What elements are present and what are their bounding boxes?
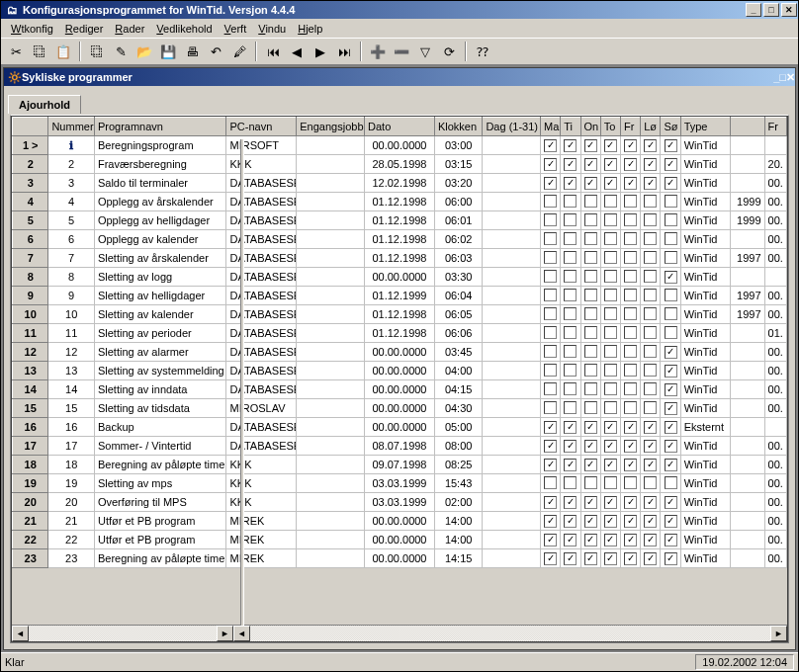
day-checkbox[interactable]: ✓ (604, 440, 617, 453)
col-header[interactable]: Dag (1-31) (483, 118, 541, 136)
table-row[interactable]: 1919Sletting av mpsKKK03.03.199915:43Win… (13, 474, 787, 493)
day-checkbox[interactable] (624, 232, 637, 245)
day-checkbox[interactable]: ✓ (665, 515, 677, 528)
child-maximize-button[interactable]: □ (779, 71, 786, 83)
col-header[interactable] (731, 118, 764, 136)
day-checkbox[interactable]: ✓ (644, 139, 657, 152)
day-checkbox[interactable] (644, 401, 657, 414)
day-checkbox[interactable] (624, 364, 637, 377)
day-checkbox[interactable] (584, 251, 597, 264)
row-header[interactable]: 16 (13, 418, 48, 437)
menu-verft[interactable]: Verft (219, 21, 253, 37)
day-checkbox[interactable] (544, 382, 557, 395)
day-checkbox[interactable] (624, 401, 637, 414)
day-checkbox[interactable]: ✓ (665, 496, 677, 509)
day-checkbox[interactable] (604, 213, 617, 226)
col-header[interactable]: Engangsjobb (297, 118, 365, 136)
redo-icon[interactable]: 🖉 (228, 41, 250, 62)
day-checkbox[interactable]: ✓ (544, 177, 557, 190)
day-checkbox[interactable]: ✓ (665, 158, 677, 171)
row-header[interactable]: 2 (13, 155, 48, 174)
day-checkbox[interactable] (644, 364, 657, 377)
row-header[interactable]: 19 (13, 474, 48, 493)
row-header[interactable]: 5 (13, 211, 48, 230)
table-row[interactable]: 44Opplegg av årskalenderDATABASESE01.12.… (13, 193, 787, 211)
day-checkbox[interactable]: ✓ (584, 139, 597, 152)
day-checkbox[interactable] (665, 476, 677, 489)
maximize-button[interactable]: □ (763, 3, 779, 17)
copyrow-icon[interactable]: ⿻ (86, 41, 108, 62)
menu-wtkonfig[interactable]: Wtkonfig (5, 21, 59, 37)
first-icon[interactable]: ⏮ (262, 41, 284, 62)
day-checkbox[interactable]: ✓ (564, 552, 577, 565)
day-checkbox[interactable] (564, 270, 577, 283)
day-checkbox[interactable] (584, 364, 597, 377)
day-checkbox[interactable] (624, 251, 637, 264)
day-checkbox[interactable]: ✓ (544, 515, 557, 528)
col-header[interactable]: On (580, 118, 600, 136)
day-checkbox[interactable] (604, 251, 617, 264)
last-icon[interactable]: ⏭ (333, 41, 355, 62)
day-checkbox[interactable]: ✓ (644, 158, 657, 171)
day-checkbox[interactable]: ✓ (665, 421, 677, 434)
day-checkbox[interactable] (564, 195, 577, 208)
day-checkbox[interactable] (624, 326, 637, 339)
table-row[interactable]: 99Sletting av helligdagerDATABASESE01.12… (13, 287, 787, 305)
day-checkbox[interactable]: ✓ (604, 534, 617, 546)
day-checkbox[interactable]: ✓ (665, 271, 677, 284)
open-icon[interactable]: 📂 (133, 41, 155, 62)
col-header[interactable] (13, 118, 48, 136)
day-checkbox[interactable]: ✓ (644, 421, 657, 434)
day-checkbox[interactable]: ✓ (665, 346, 677, 359)
day-checkbox[interactable]: ✓ (624, 552, 637, 565)
day-checkbox[interactable] (644, 345, 657, 358)
day-checkbox[interactable]: ✓ (644, 552, 657, 565)
day-checkbox[interactable]: ✓ (624, 515, 637, 528)
table-row[interactable]: 22FraværsberegningKKK28.05.199803:15✓✓✓✓… (13, 155, 787, 174)
menu-vedlikehold[interactable]: Vedlikehold (150, 21, 218, 37)
day-checkbox[interactable]: ✓ (544, 440, 557, 453)
row-header[interactable]: 13 (13, 362, 48, 380)
table-row[interactable]: 77Sletting av årskalenderDATABASESE01.12… (13, 249, 787, 268)
day-checkbox[interactable] (644, 476, 657, 489)
day-checkbox[interactable]: ✓ (665, 534, 677, 546)
day-checkbox[interactable] (544, 251, 557, 264)
row-header[interactable]: 20 (13, 493, 48, 512)
menu-hjelp[interactable]: Hjelp (292, 21, 328, 37)
day-checkbox[interactable] (644, 232, 657, 245)
day-checkbox[interactable]: ✓ (604, 177, 617, 190)
table-row[interactable]: 2323Beregning av påløpte timerMIREK00.00… (13, 549, 787, 568)
day-checkbox[interactable]: ✓ (604, 496, 617, 509)
row-header[interactable]: 10 (13, 305, 48, 324)
day-checkbox[interactable]: ✓ (644, 459, 657, 471)
day-checkbox[interactable]: ✓ (564, 440, 577, 453)
scroll-right-button[interactable]: ► (217, 626, 233, 641)
cut-icon[interactable]: ✂ (5, 41, 27, 62)
close-button[interactable]: ✕ (781, 3, 797, 17)
refresh-icon[interactable]: ⟳ (438, 41, 460, 62)
col-header[interactable]: To (600, 118, 620, 136)
day-checkbox[interactable] (644, 382, 657, 395)
table-row[interactable]: 1414Sletting av inndataDATABASESE00.00.0… (13, 380, 787, 399)
day-checkbox[interactable] (544, 401, 557, 414)
day-checkbox[interactable] (644, 251, 657, 264)
day-checkbox[interactable] (544, 326, 557, 339)
day-checkbox[interactable] (604, 232, 617, 245)
table-row[interactable]: 1515Sletting av tidsdataMIROSLAV00.00.00… (13, 399, 787, 418)
day-checkbox[interactable]: ✓ (665, 383, 677, 396)
table-row[interactable]: 33Saldo til terminalerDATABASESE12.02.19… (13, 174, 787, 193)
day-checkbox[interactable] (665, 232, 677, 245)
day-checkbox[interactable]: ✓ (624, 421, 637, 434)
day-checkbox[interactable]: ✓ (564, 177, 577, 190)
day-checkbox[interactable] (564, 307, 577, 320)
day-checkbox[interactable]: ✓ (544, 534, 557, 546)
row-header[interactable]: 11 (13, 324, 48, 343)
table-row[interactable]: 1111Sletting av perioderDATABASESE01.12.… (13, 324, 787, 343)
day-checkbox[interactable] (544, 307, 557, 320)
day-checkbox[interactable] (564, 382, 577, 395)
day-checkbox[interactable] (544, 270, 557, 283)
day-checkbox[interactable]: ✓ (544, 139, 557, 152)
day-checkbox[interactable] (624, 213, 637, 226)
day-checkbox[interactable]: ✓ (644, 177, 657, 190)
col-header[interactable]: Fr (620, 118, 640, 136)
